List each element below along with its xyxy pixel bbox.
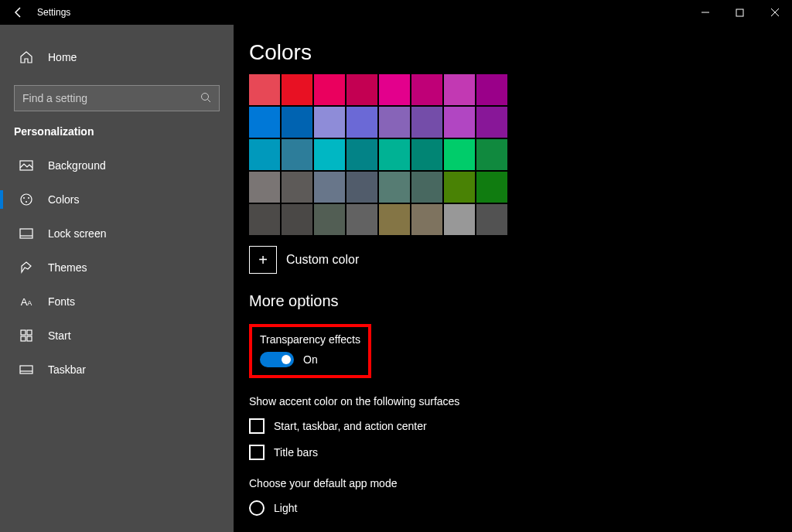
color-swatch[interactable] [249, 107, 280, 138]
start-icon [19, 328, 34, 343]
transparency-label: Transparency effects [260, 333, 360, 346]
home-icon [19, 49, 34, 65]
maximize-button[interactable] [722, 0, 757, 25]
checkbox-titlebars[interactable]: Title bars [249, 445, 792, 460]
sidebar-item-label: Background [48, 159, 106, 172]
picture-icon [19, 158, 34, 173]
color-swatch[interactable] [249, 204, 280, 235]
color-swatch[interactable] [314, 139, 345, 170]
sidebar-item-label: Lock screen [48, 227, 106, 240]
sidebar-item-fonts[interactable]: AA Fonts [0, 285, 234, 319]
custom-color-button[interactable]: + Custom color [249, 246, 792, 274]
color-swatch[interactable] [346, 139, 377, 170]
taskbar-icon [19, 362, 34, 377]
checkbox-label: Start, taskbar, and action center [274, 420, 427, 432]
svg-rect-15 [21, 336, 26, 341]
color-swatch[interactable] [476, 107, 507, 138]
sidebar-item-label: Themes [48, 261, 87, 274]
color-swatch[interactable] [411, 139, 442, 170]
color-swatch[interactable] [249, 74, 280, 105]
color-swatch[interactable] [282, 74, 312, 105]
color-swatch[interactable] [346, 172, 377, 203]
svg-point-4 [202, 93, 209, 100]
color-swatch[interactable] [282, 107, 312, 138]
sidebar-item-label: Fonts [48, 295, 75, 308]
sidebar-item-home[interactable]: Home [0, 40, 234, 74]
svg-rect-17 [20, 366, 32, 373]
palette-icon [19, 192, 34, 207]
color-swatch[interactable] [379, 172, 410, 203]
fonts-icon: AA [19, 294, 34, 309]
color-swatch-grid [249, 74, 792, 235]
window-title: Settings [37, 7, 70, 18]
svg-rect-1 [736, 9, 743, 16]
radio-light[interactable]: Light [249, 500, 792, 516]
color-swatch[interactable] [379, 139, 410, 170]
checkbox-start-taskbar[interactable]: Start, taskbar, and action center [249, 418, 792, 434]
color-swatch[interactable] [314, 74, 345, 105]
color-swatch[interactable] [282, 139, 312, 170]
more-options-heading: More options [249, 292, 792, 310]
sidebar-item-label: Start [48, 329, 71, 342]
color-swatch[interactable] [249, 139, 280, 170]
color-swatch[interactable] [411, 107, 442, 138]
color-swatch[interactable] [444, 204, 475, 235]
svg-point-10 [26, 201, 27, 203]
color-swatch[interactable] [346, 107, 377, 138]
search-icon [200, 92, 211, 105]
content-pane: Colors + Custom color More options Trans… [234, 25, 792, 532]
radio-label: Light [274, 502, 297, 514]
color-swatch[interactable] [379, 74, 410, 105]
sidebar-item-colors[interactable]: Colors [0, 182, 234, 217]
color-swatch[interactable] [379, 107, 410, 138]
color-swatch[interactable] [314, 107, 345, 138]
search-placeholder: Find a setting [22, 92, 200, 104]
color-swatch[interactable] [249, 172, 280, 203]
radio-icon [249, 500, 265, 516]
color-swatch[interactable] [411, 74, 442, 105]
svg-rect-13 [21, 330, 26, 335]
svg-rect-14 [27, 330, 32, 335]
color-swatch[interactable] [314, 204, 345, 235]
lockscreen-icon [19, 226, 34, 241]
checkbox-icon [249, 418, 265, 434]
titlebar: Settings [0, 0, 792, 25]
close-button[interactable] [757, 0, 792, 25]
sidebar-item-taskbar[interactable]: Taskbar [0, 353, 234, 387]
accent-surfaces-label: Show accent color on the following surfa… [249, 395, 792, 408]
sidebar-section: Personalization [0, 125, 234, 138]
svg-line-5 [208, 99, 211, 102]
color-swatch[interactable] [444, 172, 475, 203]
sidebar-item-start[interactable]: Start [0, 319, 234, 353]
color-swatch[interactable] [346, 74, 377, 105]
color-swatch[interactable] [411, 172, 442, 203]
sidebar-item-background[interactable]: Background [0, 148, 234, 182]
transparency-toggle[interactable] [260, 352, 294, 367]
minimize-button[interactable] [688, 0, 722, 25]
custom-color-label: Custom color [286, 253, 359, 267]
svg-point-9 [28, 197, 29, 199]
sidebar-item-themes[interactable]: Themes [0, 251, 234, 285]
color-swatch[interactable] [476, 204, 507, 235]
color-swatch[interactable] [379, 204, 410, 235]
svg-rect-16 [27, 336, 32, 341]
color-swatch[interactable] [411, 204, 442, 235]
color-swatch[interactable] [346, 204, 377, 235]
color-swatch[interactable] [314, 172, 345, 203]
color-swatch[interactable] [476, 139, 507, 170]
search-input[interactable]: Find a setting [14, 85, 220, 111]
checkbox-label: Title bars [274, 446, 318, 459]
color-swatch[interactable] [444, 107, 475, 138]
transparency-state: On [303, 353, 318, 366]
color-swatch[interactable] [476, 74, 507, 105]
back-button[interactable] [0, 6, 37, 19]
sidebar-item-lockscreen[interactable]: Lock screen [0, 217, 234, 251]
color-swatch[interactable] [476, 172, 507, 203]
color-swatch[interactable] [444, 139, 475, 170]
checkbox-icon [249, 445, 265, 460]
svg-point-7 [21, 194, 32, 205]
color-swatch[interactable] [444, 74, 475, 105]
svg-rect-11 [20, 229, 32, 238]
color-swatch[interactable] [282, 204, 312, 235]
color-swatch[interactable] [282, 172, 312, 203]
